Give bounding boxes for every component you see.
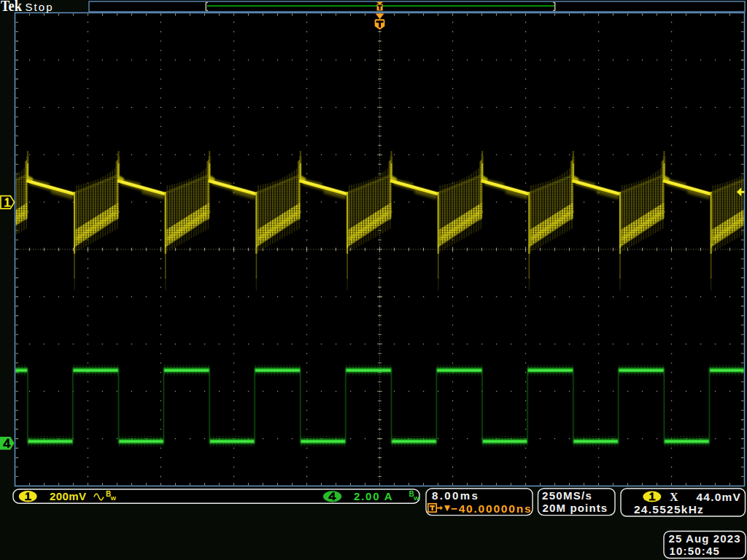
svg-text:8.00ms: 8.00ms <box>432 489 479 502</box>
svg-text:200mV: 200mV <box>50 490 86 502</box>
svg-text:W: W <box>414 495 419 502</box>
svg-text:Tek: Tek <box>1 0 23 14</box>
svg-text:20M points: 20M points <box>543 502 608 514</box>
svg-text:2.00 A: 2.00 A <box>354 490 393 502</box>
svg-text:25 Aug 2023: 25 Aug 2023 <box>669 532 741 545</box>
svg-text:24.5525kHz: 24.5525kHz <box>634 503 704 516</box>
svg-text:Stop: Stop <box>26 1 53 13</box>
svg-text:−40.00000ns: −40.00000ns <box>451 502 533 515</box>
svg-text:44.0mV: 44.0mV <box>697 491 742 503</box>
svg-text:250MS/s: 250MS/s <box>542 489 592 502</box>
svg-text:W: W <box>111 495 117 502</box>
svg-text:X: X <box>670 491 678 503</box>
svg-text:10:50:45: 10:50:45 <box>670 545 721 557</box>
